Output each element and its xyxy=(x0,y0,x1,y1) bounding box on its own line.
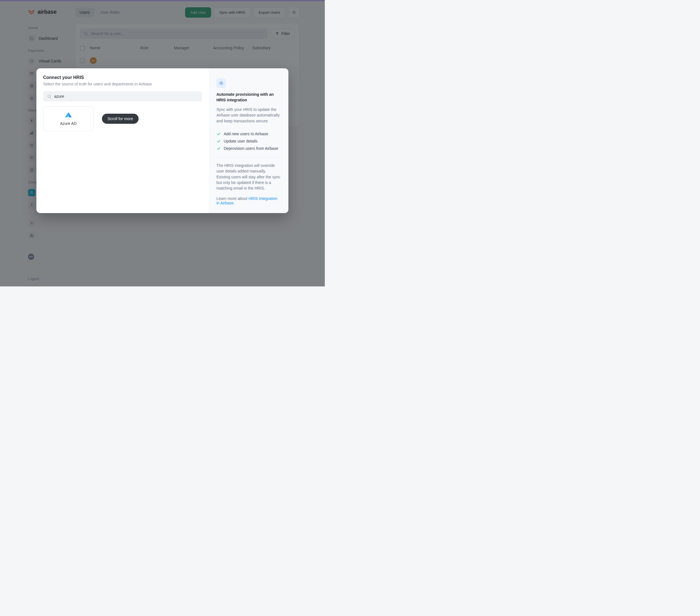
learn-prefix: Learn more about xyxy=(216,196,248,201)
info-title: Automate provisioning with an HRIS integ… xyxy=(216,92,280,103)
modal-subtitle: Select the source of truth for users and… xyxy=(43,82,202,86)
automation-gear-icon xyxy=(216,78,226,88)
svg-point-17 xyxy=(48,95,50,98)
search-icon xyxy=(47,94,51,99)
info-note: The HRIS integration will override user … xyxy=(216,163,280,191)
learn-more-line: Learn more about HRIS Integration in Air… xyxy=(216,196,280,205)
check-icon xyxy=(216,131,221,136)
feature-list: Add new users to Airbase Update user det… xyxy=(216,131,280,151)
azure-icon xyxy=(64,112,72,118)
feature-text: Add new users to Airbase xyxy=(224,131,268,136)
hris-modal: Connect your HRIS Select the source of t… xyxy=(36,68,288,213)
modal-title: Connect your HRIS xyxy=(43,75,202,80)
check-icon xyxy=(216,139,221,143)
feature-item: Add new users to Airbase xyxy=(216,131,280,136)
feature-item: Deprovision users from Airbase xyxy=(216,146,280,151)
feature-item: Update user details xyxy=(216,139,280,143)
hris-result-azure-ad[interactable]: Azure AD xyxy=(43,106,93,131)
scroll-for-more-button[interactable]: Scroll for more xyxy=(102,114,139,124)
hris-search-input[interactable] xyxy=(43,91,202,101)
hris-result-name: Azure AD xyxy=(60,121,76,126)
svg-point-18 xyxy=(221,83,222,84)
feature-text: Deprovision users from Airbase xyxy=(224,146,278,151)
info-desc: Sync with your HRIS to update the Airbas… xyxy=(216,107,280,124)
check-icon xyxy=(216,146,221,151)
modal-overlay[interactable]: Connect your HRIS Select the source of t… xyxy=(0,0,325,287)
feature-text: Update user details xyxy=(224,139,258,143)
hris-search-value[interactable] xyxy=(54,94,198,99)
modal-info-panel: Automate provisioning with an HRIS integ… xyxy=(209,68,288,213)
